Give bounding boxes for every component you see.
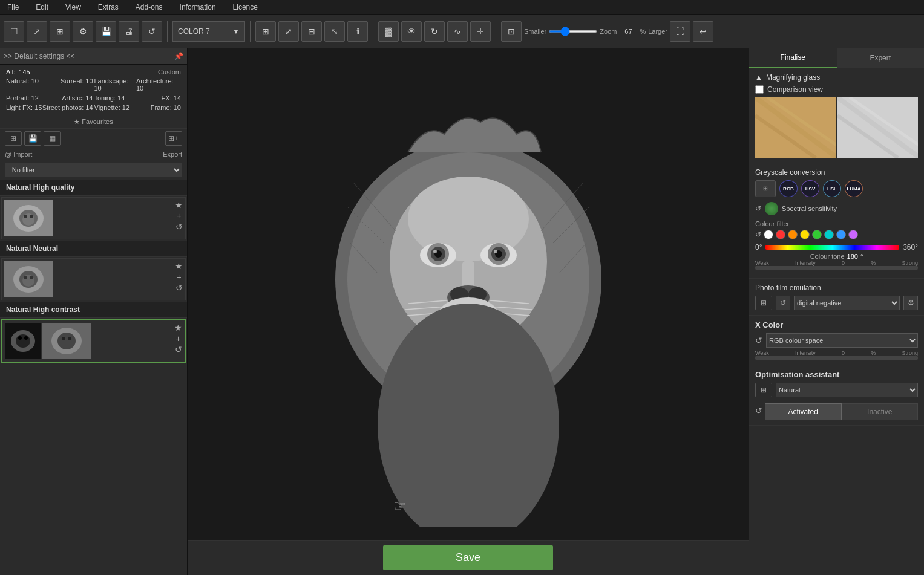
preset-thumbnail-natural-hq [4,200,53,236]
colour-refresh-btn[interactable]: ↺ [755,230,761,239]
toolbar-info-btn[interactable]: ℹ [347,21,368,42]
gs-rgb-btn[interactable]: RGB [779,180,798,197]
import-btn[interactable]: @ Import [5,151,32,158]
gs-hsv-btn[interactable]: HSV [801,180,819,197]
add-btn-3[interactable]: + [174,334,182,343]
toolbar-open-btn[interactable]: ↗ [27,21,47,42]
add-btn-2[interactable]: + [175,272,183,282]
toolbar-duplicate-btn[interactable]: ⊞ [50,21,70,42]
preset-item-natural-hc[interactable]: ★ + ↺ [1,319,186,363]
optim-grid-btn[interactable]: ⊞ [755,383,772,397]
toolbar-sep1 [167,21,168,42]
comparison-view-checkbox[interactable] [755,85,764,94]
zoom-slider[interactable] [549,30,597,33]
toolbar-new-btn[interactable]: ☐ [4,21,24,42]
tone-min-label: 0° [755,243,762,252]
menu-file[interactable]: File [5,2,21,13]
menu-information[interactable]: Information [177,2,218,13]
menu-edit[interactable]: Edit [33,2,51,13]
toolbar-save-btn[interactable]: 💾 [96,21,116,42]
default-settings-label: >> Default settings << [4,52,74,60]
toolbar-fullscreen-btn[interactable]: ⛶ [670,21,690,42]
preset-dropdown[interactable]: COLOR 7 ▼ [172,21,245,42]
x-color-refresh-btn[interactable]: ↺ [755,336,762,345]
film-refresh-btn[interactable]: ↺ [776,296,790,310]
toolbar-settings-btn[interactable]: ⚙ [73,21,93,42]
save-grid-btn[interactable]: 💾 [24,131,41,146]
x-color-weak-label: Weak [755,350,769,356]
toolbar-print-btn[interactable]: 🖨 [119,21,139,42]
export-btn[interactable]: Export [163,151,182,158]
add-btn-1[interactable]: + [175,211,183,221]
toolbar-rotate-btn[interactable]: ↻ [424,21,445,42]
colour-blue[interactable] [836,230,846,239]
gs-hsl-btn[interactable]: HSL [823,180,841,197]
favourite-btn-2[interactable]: ★ [175,261,183,271]
colour-yellow[interactable] [800,230,810,239]
favourite-btn-1[interactable]: ★ [175,200,183,210]
preset-actions-1: ★ + ↺ [175,200,183,232]
toolbar-grid-btn[interactable]: ⊞ [255,21,276,42]
gs-luma-btn[interactable]: LUMA [845,180,863,197]
preset-actions-3: ★ + ↺ [174,323,182,354]
colour-green[interactable] [812,230,822,239]
menu-licence[interactable]: Licence [231,2,260,13]
toolbar-sep2 [250,21,251,42]
toolbar-expand-btn[interactable]: ⤢ [278,21,299,42]
toolbar-undo-btn[interactable]: ↺ [142,21,162,42]
filter-select[interactable]: - No filter - [5,163,182,177]
favourite-btn-3[interactable]: ★ [174,323,182,333]
toolbar-wave-btn[interactable]: ∿ [447,21,468,42]
colour-white[interactable] [764,230,773,239]
menu-view[interactable]: View [63,2,84,13]
colour-purple[interactable] [848,230,858,239]
preset-item-natural-neutral[interactable]: ★ + ↺ [1,258,186,300]
save-button-label: Save [456,551,480,564]
save-button[interactable]: Save [383,545,553,570]
filter-counts: All: 145 Custom Natural: 10 Surreal: 10 … [0,65,187,115]
comparison-view-label: Comparison view [767,85,823,94]
menu-extras[interactable]: Extras [96,2,121,13]
colour-red[interactable] [776,230,785,239]
lion-thumb-2 [4,261,53,297]
main-layout: >> Default settings << 📌 All: 145 Custom… [0,48,924,575]
reset-btn-3[interactable]: ↺ [174,345,182,354]
magnifying-img-processed [837,97,919,158]
film-grid-btn[interactable]: ⊞ [755,296,772,310]
spectral-label: Spectral sensitivity [782,205,837,212]
toolbar-eye-btn[interactable]: 👁 [401,21,422,42]
add-view-btn[interactable]: ⊞+ [165,131,182,146]
landscape-row: Landscape: 10 Architecture: 10 [94,77,182,93]
inactive-btn[interactable]: Inactive [842,403,919,420]
toolbar-fit-btn[interactable]: ⊡ [501,21,522,42]
optim-refresh-btn[interactable]: ↺ [755,406,762,415]
film-dropdown[interactable]: digital negative [794,296,900,310]
spectral-refresh-btn[interactable]: ↺ [755,204,761,213]
toolbar-histogram-btn[interactable]: ▓ [378,21,399,42]
activated-btn[interactable]: Activated [765,403,842,420]
reset-btn-1[interactable]: ↺ [175,222,183,232]
import-icon: @ [5,151,11,158]
x-color-dropdown[interactable]: RGB colour space [766,333,918,348]
toolbar-compare-btn[interactable]: ⊟ [301,21,322,42]
colour-orange[interactable] [788,230,798,239]
optimisation-row: ⊞ Natural [755,383,918,397]
reset-btn-2[interactable]: ↺ [175,283,183,293]
x-color-intensity-label: Intensity [795,350,816,356]
optim-dropdown[interactable]: Natural [776,383,918,397]
toolbar-crop-btn[interactable]: ✛ [470,21,491,42]
menu-addons[interactable]: Add-ons [133,2,165,13]
favourites-bar[interactable]: ★ Favourites [0,115,187,128]
film-settings-btn[interactable]: ⚙ [903,296,918,310]
gs-grid-btn[interactable]: ⊞ [755,180,776,197]
colour-tone-label: Colour tone [810,253,845,260]
tab-expert[interactable]: Expert [837,48,925,68]
toolbar-resize-btn[interactable]: ⤡ [324,21,345,42]
group-btn[interactable]: ▦ [44,131,61,146]
magnifying-images [755,97,918,158]
grid-view-btn[interactable]: ⊞ [5,131,22,146]
tab-finalise[interactable]: Finalise [749,48,837,68]
colour-teal[interactable] [824,230,834,239]
preset-item-natural-hq[interactable]: ★ + ↺ [1,197,186,239]
toolbar-reset-btn[interactable]: ↩ [693,21,713,42]
